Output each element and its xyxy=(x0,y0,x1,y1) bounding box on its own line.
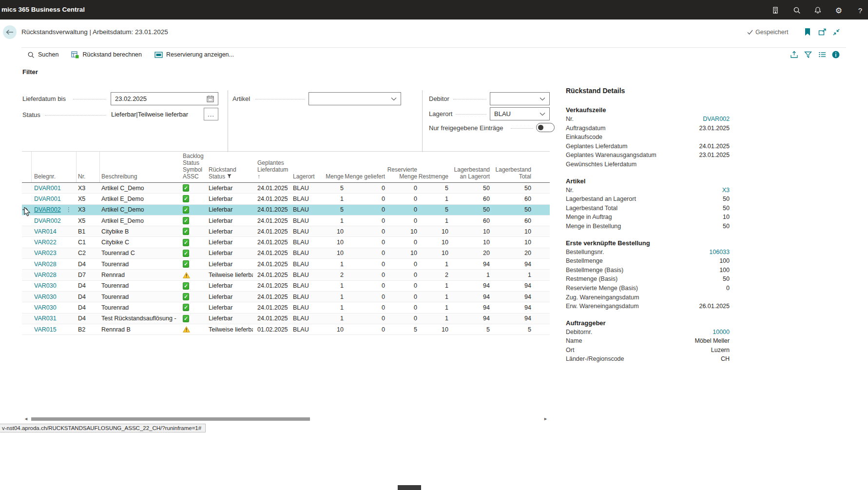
col-beschreibung[interactable]: Beschreibung xyxy=(100,173,178,182)
lagerbestand-total-cell: 10 xyxy=(490,239,531,246)
table-row[interactable]: VAR028 ⋮ D7 Rennrad ✓ Teilweise lieferba… xyxy=(22,270,550,280)
chevron-down-icon[interactable] xyxy=(540,97,545,101)
document-link[interactable]: VAR023 xyxy=(34,250,57,256)
settings-gear-icon[interactable]: ⚙ xyxy=(834,5,844,15)
backlog-table: Belegnr. Nr. Beschreibung Backlog Status… xyxy=(22,151,550,335)
status-ok-icon: ✓ xyxy=(183,282,189,290)
belegnr-cell: VAR023 ⋮ xyxy=(32,250,77,256)
lieferdatum-cell: 24.01.2025 xyxy=(253,185,291,192)
col-belegnr[interactable]: Belegnr. xyxy=(32,152,77,182)
artikel-combobox[interactable] xyxy=(309,92,401,105)
filter-icon[interactable] xyxy=(804,50,812,59)
document-link[interactable]: VAR028 xyxy=(34,261,57,268)
status-symbol-cell: ✓ xyxy=(178,239,206,246)
help-icon[interactable]: ? xyxy=(855,5,865,15)
lagerort-combobox[interactable]: BLAU xyxy=(490,107,550,120)
back-button[interactable] xyxy=(3,25,17,39)
search-action[interactable]: Suchen xyxy=(27,51,58,59)
collapse-icon[interactable] xyxy=(832,28,841,37)
lagerbestand-total-cell: 10 xyxy=(490,228,531,235)
col-reservierte-menge[interactable]: Reservierte Menge xyxy=(385,166,417,182)
freigegeben-toggle[interactable] xyxy=(536,123,555,132)
scroll-left-arrow[interactable]: ◄ xyxy=(24,416,28,421)
document-link[interactable]: VAR015 xyxy=(34,326,57,333)
col-geplantes-lieferdatum[interactable]: Geplantes Lieferdatum ↑ xyxy=(253,159,291,182)
document-link[interactable]: VAR030 xyxy=(34,304,57,311)
col-lagerort[interactable]: Lagerort xyxy=(291,173,316,182)
details-link[interactable]: X3 xyxy=(722,186,730,195)
calculate-icon xyxy=(71,51,79,59)
search-icon[interactable] xyxy=(792,5,802,15)
col-menge[interactable]: Menge xyxy=(316,173,344,182)
table-row[interactable]: VAR030 ⋮ D4 Tourenrad ✓ Lieferbar 24.01.… xyxy=(22,281,550,292)
scroll-right-arrow[interactable]: ► xyxy=(543,416,548,421)
details-label: Bestellmenge (Basis) xyxy=(566,266,623,275)
col-backlog-symbol[interactable]: Backlog Status Symbol ASSC xyxy=(178,153,206,182)
row-menu[interactable]: ⋮ xyxy=(66,206,72,213)
col-menge-geliefert[interactable]: Menge geliefert xyxy=(344,173,385,182)
document-link[interactable]: DVAR001 xyxy=(34,185,61,192)
lieferdatum-input[interactable]: 23.02.2025 xyxy=(111,92,218,105)
open-in-new-window-icon[interactable] xyxy=(818,28,827,37)
table-row[interactable]: DVAR002 ⋮ X5 Artikel E_Demo ✓ Lieferbar … xyxy=(22,216,550,226)
table-row[interactable]: DVAR002 ⋮ X3 Artikel C_Demo ✓ Lieferbar … xyxy=(22,205,550,216)
belegnr-cell: VAR031 ⋮ xyxy=(32,315,77,322)
details-link[interactable]: 10000 xyxy=(713,328,730,337)
taskbar-fragment xyxy=(398,485,421,490)
details-section: Artikel Nr. X3 Lagerbestand an Lagerort … xyxy=(566,176,730,231)
document-link[interactable]: DVAR002 xyxy=(34,217,61,224)
item-no-cell: X5 xyxy=(77,196,100,202)
col-restmenge[interactable]: Restmenge xyxy=(417,173,448,182)
col-nr[interactable]: Nr. xyxy=(77,152,100,182)
table-row[interactable]: VAR028 ⋮ D4 Tourenrad ✓ Lieferbar 24.01.… xyxy=(22,259,550,270)
table-row[interactable]: VAR030 ⋮ D4 Tourenrad ✓ Lieferbar 24.01.… xyxy=(22,302,550,313)
col-lagerbestand-an-lagerort[interactable]: Lagerbestand an Lagerort xyxy=(448,166,490,182)
status-assist-button[interactable]: ... xyxy=(204,108,218,120)
document-link[interactable]: VAR030 xyxy=(34,294,57,300)
notifications-bell-icon[interactable] xyxy=(813,5,823,15)
details-link[interactable]: DVAR002 xyxy=(703,115,730,124)
col-rueckstand-status[interactable]: Rückstand Status xyxy=(206,166,253,182)
document-link[interactable]: DVAR002 xyxy=(34,206,61,213)
document-link[interactable]: VAR028 xyxy=(34,272,57,278)
company-icon[interactable] xyxy=(771,5,780,15)
document-link[interactable]: VAR022 xyxy=(34,239,57,246)
details-panel: Rückstand Details Verkaufszeile Nr. DVAR… xyxy=(566,87,730,364)
document-link[interactable]: VAR014 xyxy=(34,228,57,235)
horizontal-scrollbar[interactable]: ◄ ► xyxy=(22,416,550,422)
table-row[interactable]: VAR015 ⋮ B2 Rennrad B ✓ Teilweise liefer… xyxy=(22,324,550,335)
bookmark-icon[interactable] xyxy=(803,28,812,37)
document-link[interactable]: DVAR001 xyxy=(34,196,61,202)
debitor-combobox[interactable] xyxy=(490,92,550,105)
show-reservation-action[interactable]: Reservierung anzeigen... xyxy=(154,51,234,58)
table-row[interactable]: DVAR001 ⋮ X3 Artikel C_Demo ✓ Lieferbar … xyxy=(22,183,550,194)
col-lagerbestand-total[interactable]: Lagerbestand Total xyxy=(490,166,531,182)
details-value: 23.01.2025 xyxy=(699,151,730,160)
details-link[interactable]: 106033 xyxy=(709,248,730,257)
share-icon[interactable] xyxy=(790,50,798,59)
show-reservation-label: Reservierung anzeigen... xyxy=(166,51,234,58)
table-row[interactable]: VAR023 ⋮ C2 Tourenrad C ✓ Lieferbar 24.0… xyxy=(22,248,550,259)
document-link[interactable]: VAR030 xyxy=(34,282,57,289)
menge-geliefert-cell: 0 xyxy=(344,326,385,333)
chevron-down-icon[interactable] xyxy=(391,97,397,101)
status-ok-icon: ✓ xyxy=(183,206,189,214)
list-view-icon[interactable] xyxy=(818,50,827,59)
table-row[interactable]: VAR031 ⋮ D4 Test Rückstandsauflösung - O… xyxy=(22,314,550,324)
table-row[interactable]: VAR014 ⋮ B1 Citybike B ✓ Lieferbar 24.01… xyxy=(22,226,550,237)
table-row[interactable]: VAR022 ⋮ C1 Citybike C ✓ Lieferbar 24.01… xyxy=(22,237,550,248)
menge-cell: 10 xyxy=(316,228,344,235)
calculate-backlog-action[interactable]: Rückstand berechnen xyxy=(71,51,142,59)
scrollbar-thumb[interactable] xyxy=(31,417,310,421)
calendar-icon[interactable] xyxy=(207,95,214,102)
menge-cell: 5 xyxy=(316,206,344,213)
menge-geliefert-cell: 0 xyxy=(344,206,385,213)
app-title[interactable]: mics 365 Business Central xyxy=(1,0,85,20)
table-row[interactable]: DVAR001 ⋮ X5 Artikel E_Demo ✓ Lieferbar … xyxy=(22,194,550,204)
menge-cell: 1 xyxy=(316,294,344,300)
document-link[interactable]: VAR031 xyxy=(34,315,57,322)
status-value[interactable]: Lieferbar|Teilweise lieferbar xyxy=(111,111,188,118)
chevron-down-icon[interactable] xyxy=(540,112,545,116)
info-icon[interactable] xyxy=(831,50,840,59)
table-row[interactable]: VAR030 ⋮ D4 Tourenrad ✓ Lieferbar 24.01.… xyxy=(22,292,550,302)
